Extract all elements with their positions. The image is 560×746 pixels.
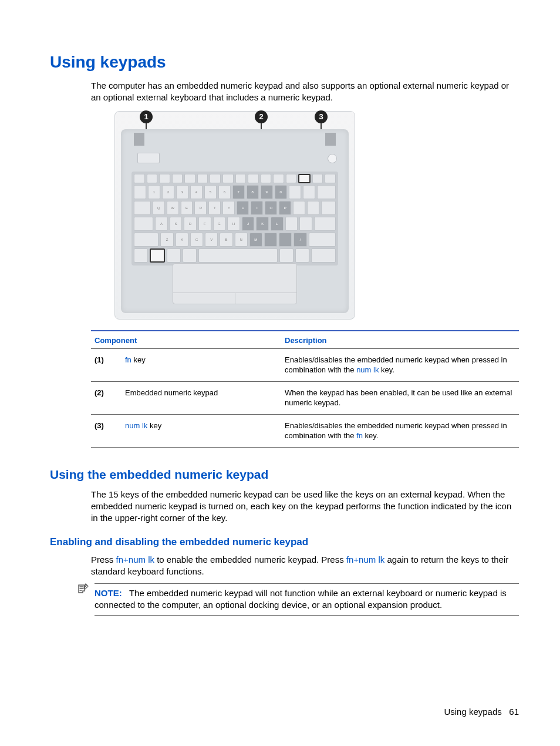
section3-paragraph: Press fn+num lk to enable the embedded n… <box>91 554 519 578</box>
th-component: Component <box>91 331 281 349</box>
page-footer: Using keypads 61 <box>444 707 519 717</box>
intro-paragraph: The computer has an embedded numeric key… <box>91 80 519 104</box>
callout-2: 2 <box>255 110 268 123</box>
note-block: NOTE: The embedded numeric keypad will n… <box>77 583 519 616</box>
callout-1: 1 <box>140 110 153 123</box>
note-text: The embedded numeric keypad will not fun… <box>95 588 507 610</box>
section-heading-embedded: Using the embedded numeric keypad <box>50 468 519 482</box>
note-icon <box>77 583 89 598</box>
note-label: NOTE: <box>95 588 122 598</box>
page-title: Using keypads <box>50 53 519 72</box>
table-row: (2) Embedded numeric keypad When the key… <box>91 381 519 414</box>
section-heading-enabling: Enabling and disabling the embedded nume… <box>50 536 519 548</box>
table-row: (1) fn key Enables/disables the embedded… <box>91 348 519 381</box>
section2-paragraph: The 15 keys of the embedded numeric keyp… <box>91 489 519 525</box>
component-table: Component Description (1) fn key Enables… <box>91 330 519 448</box>
callout-3: 3 <box>315 110 328 123</box>
keyboard-diagram: 1 2 3 1234567890 QWERTYUIOP <box>114 111 355 320</box>
th-description: Description <box>281 331 519 349</box>
table-row: (3) num lk key Enables/disables the embe… <box>91 414 519 447</box>
